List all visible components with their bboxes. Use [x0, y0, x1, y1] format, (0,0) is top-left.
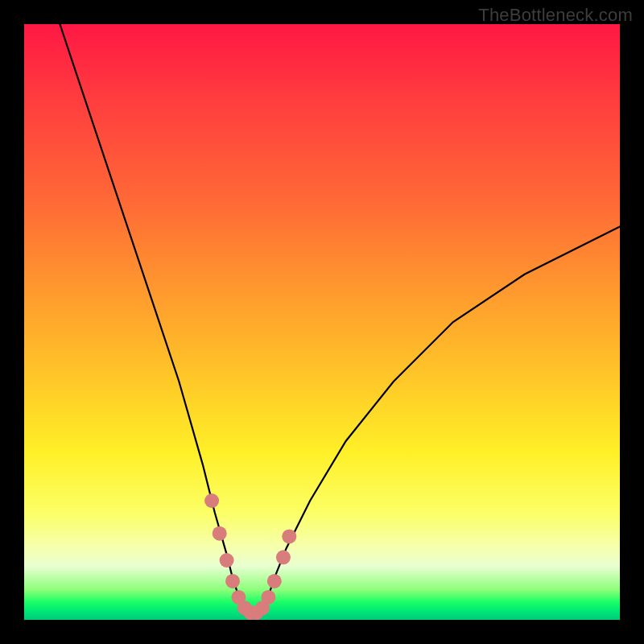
- marker-dot: [282, 529, 296, 543]
- outer-frame: TheBottleneck.com: [0, 0, 644, 644]
- marker-dot: [220, 553, 234, 568]
- marker-dot: [204, 493, 219, 508]
- marker-dot: [225, 574, 240, 588]
- plot-area: [24, 24, 620, 620]
- bottleneck-curve: [60, 24, 620, 614]
- chart-svg: [24, 24, 620, 620]
- marker-dot: [213, 526, 227, 541]
- marker-dot: [276, 550, 291, 564]
- marker-dot: [261, 590, 275, 605]
- watermark-text: TheBottleneck.com: [478, 5, 633, 26]
- highlight-markers: [204, 493, 296, 620]
- marker-dot: [267, 574, 282, 588]
